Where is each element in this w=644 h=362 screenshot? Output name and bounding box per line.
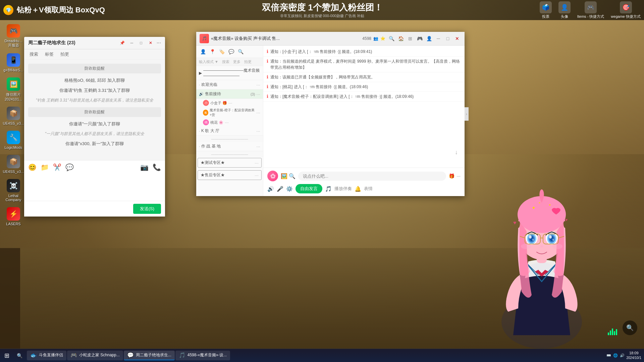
taskbar-douyu[interactable]: 🐟 斗鱼直播伴侣: [27, 351, 66, 360]
ue4ss2-label: UE4SS_v3...: [3, 170, 24, 174]
qqv-game-btn[interactable]: 🎮: [416, 35, 424, 43]
desktop-icon-ue4ss2[interactable]: 📦 UE4SS_v3...: [1, 154, 25, 175]
qqv-chat-btn[interactable]: 💬: [227, 48, 235, 56]
pin-button[interactable]: 📌: [119, 40, 126, 46]
qqv-message-input[interactable]: [298, 172, 446, 181]
qqv-gift-btn[interactable]: 🎁: [449, 173, 454, 179]
free-speak-btn[interactable]: 自由发言: [296, 184, 322, 193]
sys-msg-antiscam: 防诈欺提醒: [28, 64, 161, 73]
desktop-icon-lethal[interactable]: ☠️ Lethal Company: [1, 178, 25, 203]
taskbar-qq-group[interactable]: 💬 周二瘾子绝地求生...: [124, 351, 175, 360]
channel-battle-base[interactable]: · 作 战 基 地 ···: [196, 142, 263, 151]
qqv-avatar-btn[interactable]: 👤: [199, 48, 207, 56]
mic-icon[interactable]: 🎤: [277, 186, 283, 192]
magic-orange-more[interactable]: ···: [256, 110, 260, 115]
qq-chat-window: 周二瘾子绝地求生 (23) 📌 ─ □ ✕ ··· 搜索 标签 拍更 防诈欺提醒…: [24, 37, 165, 217]
banner-big-text: 双倍亲密度 1个赞加入粉丝团！: [108, 2, 536, 13]
taskbar-magic-audio[interactable]: 🎵 4598-«魔术音频»·设...: [175, 351, 230, 360]
channel-karaoke[interactable]: · K 歌 大 厅 ···: [196, 126, 263, 136]
taskbar: ⊞ 🔍 🐟 斗鱼直播伴侣 🎮 小蛇皮之家 Schnapp... 💬 周二瘾子绝地…: [0, 349, 644, 362]
desktop-icon-wechat-img[interactable]: 🖼️ 微信图片 2024101...: [1, 76, 25, 103]
desktop-icon-logicmods1[interactable]: 🔧 LogicMods: [1, 129, 25, 151]
taskbar-items: 🐟 斗鱼直播伴侣 🎮 小蛇皮之家 Schnapp... 💬 周二瘾子绝地求生..…: [25, 351, 604, 360]
sound-btn[interactable]: 表情: [364, 186, 373, 192]
user-xiaohezi[interactable]: 小 小盒子 🎁 ···: [196, 99, 263, 107]
vote-icon: 🗳️: [540, 1, 552, 13]
desktop-icon-ue4ss1[interactable]: 📦 UE4SS_v3...: [1, 105, 25, 127]
channel-presale[interactable]: 🔊 售前接待 (3) ···: [196, 89, 263, 99]
scissors-button[interactable]: ✂️: [53, 163, 61, 171]
minimize-button[interactable]: ─: [128, 40, 135, 46]
screenshot-button[interactable]: 📷: [140, 163, 149, 171]
banner-vote-btn[interactable]: 🗳️ 投票: [540, 1, 552, 19]
phone-button[interactable]: 📞: [153, 163, 161, 171]
peach-more[interactable]: ···: [225, 120, 229, 125]
qq-group-icon: 💬: [127, 352, 134, 358]
karaoke-more[interactable]: ···: [256, 128, 260, 134]
qqv-location-btn[interactable]: 📍: [208, 48, 216, 56]
battle-more[interactable]: ···: [256, 144, 260, 149]
qqv-input-btns-right: 🎁 ···: [449, 173, 461, 179]
banner-avatar-btn[interactable]: 👤 头像: [558, 1, 571, 19]
qqv-titlebar: 🎵 «魔术音频» 设备购买 声卡调试 售... 4598 👥 ⭐ 🔍 🏠 ⊞ 🎮…: [196, 32, 465, 46]
taskbar-search-btn[interactable]: 🔍: [13, 350, 25, 362]
qqv-body: 👤 📍 🏷️ 💬 🔍 输入模式 ▼ 搜索 更多 拍更 ▶ ——————————魔…: [196, 46, 465, 196]
tab-search[interactable]: 搜索: [28, 51, 40, 58]
desktop-icon-dreadhu[interactable]: 🎮 DreadHu... 开服器: [1, 23, 25, 49]
notify-text-3: 通知：[桃花] 进入 [： ↑m 售前接待 ·)] 频道。(18:09:46): [270, 84, 461, 90]
qqv-home-btn[interactable]: 🏠: [397, 35, 405, 43]
aftersale-more[interactable]: ···: [255, 173, 259, 178]
qqv-maximize-btn[interactable]: □: [444, 35, 452, 43]
qqv-minimize-btn[interactable]: ─: [434, 35, 442, 43]
vol-bar-2: [610, 330, 611, 335]
tab-more[interactable]: 拍更: [59, 51, 70, 58]
qqv-close-btn[interactable]: ✕: [453, 35, 461, 43]
desktop-icon-lasers[interactable]: ⚡ LASERS: [1, 206, 25, 227]
maximize-button[interactable]: □: [138, 40, 145, 46]
start-button[interactable]: ⊞: [0, 349, 13, 362]
qqv-search-btn[interactable]: 🔍: [387, 35, 395, 43]
play-music-btn[interactable]: 播放伴奏: [334, 186, 352, 192]
desktop-icon-bfhxes[interactable]: 📱 g+BfHxeS...: [1, 52, 25, 73]
qqv-tag-btn[interactable]: 🏷️: [218, 48, 226, 56]
wechat-img-label: 微信图片 2024101...: [3, 92, 24, 101]
banner-wegame-btn[interactable]: 🎯 wegame 快捷方式: [611, 1, 641, 19]
user-peach[interactable]: 桃 桃花 🌸 ···: [196, 118, 263, 126]
emoji-button[interactable]: 😊: [28, 163, 37, 171]
qqv-search-sidebar-btn[interactable]: 🔍: [236, 48, 245, 56]
qqv-emoji-picker-btn[interactable]: 🖼️: [281, 173, 287, 179]
vol-bar-4: [614, 331, 615, 335]
close-button[interactable]: ✕: [147, 40, 154, 46]
qqv-logo-icon: 🎵: [200, 34, 209, 43]
star-icon: ⭐: [380, 36, 385, 41]
qqv-channel-sidebar: 👤 📍 🏷️ 💬 🔍 输入模式 ▼ 搜索 更多 拍更 ▶ ——————————魔…: [196, 46, 263, 196]
channel-test[interactable]: ★测试专区★ ···: [198, 158, 262, 168]
qqv-more-input-btn[interactable]: ···: [457, 173, 461, 179]
tab-label[interactable]: 标签: [44, 51, 55, 58]
member-icon: 👥: [373, 36, 378, 41]
logicmods1-label: LogicMods: [4, 145, 22, 149]
test-more[interactable]: ···: [255, 160, 259, 166]
sticker-button[interactable]: 💬: [65, 163, 74, 171]
qq-input-area[interactable]: [24, 174, 165, 201]
volume-icon[interactable]: 🔊: [267, 186, 274, 192]
corner-search-btn[interactable]: 🔍: [623, 320, 637, 335]
logicmods1-icon: 🔧: [7, 131, 20, 144]
join-msg-1: 你邀请"钓鱼 王鹤鹤 3.31"加入了群聊: [28, 87, 161, 94]
banner-items-btn[interactable]: 🎮 Items - 快捷方式: [577, 1, 604, 19]
channel-welcome[interactable]: · 欢迎光临 ···: [196, 80, 263, 89]
qqv-at-btn[interactable]: 🔍: [289, 173, 296, 179]
channel-aftersale[interactable]: ★售后专区★ ···: [198, 170, 262, 180]
xiaohezi-more[interactable]: ···: [228, 100, 232, 106]
qqv-user-btn[interactable]: 👤: [425, 35, 433, 43]
send-button[interactable]: 发送(S): [133, 204, 161, 214]
taskbar-schnapp[interactable]: 🎮 小蛇皮之家 Schnapp...: [67, 351, 123, 360]
settings-icon[interactable]: ⚙️: [286, 186, 293, 192]
channel-more-btn[interactable]: ···: [256, 82, 260, 87]
user-magic-orange[interactable]: 魔 魔术音频-橙子：配设音调效果+货 ···: [196, 107, 263, 118]
warn-msg-0: "钓鱼 王鹤鹤 3.31"与群里其他人都不是朋友关系，请注意隐私安全: [28, 98, 161, 103]
qqv-grid-btn[interactable]: ⊞: [406, 35, 414, 43]
folder-button[interactable]: 📁: [41, 163, 49, 171]
more-options-button[interactable]: ···: [157, 40, 161, 46]
channel-presale-more[interactable]: ···: [256, 92, 260, 97]
